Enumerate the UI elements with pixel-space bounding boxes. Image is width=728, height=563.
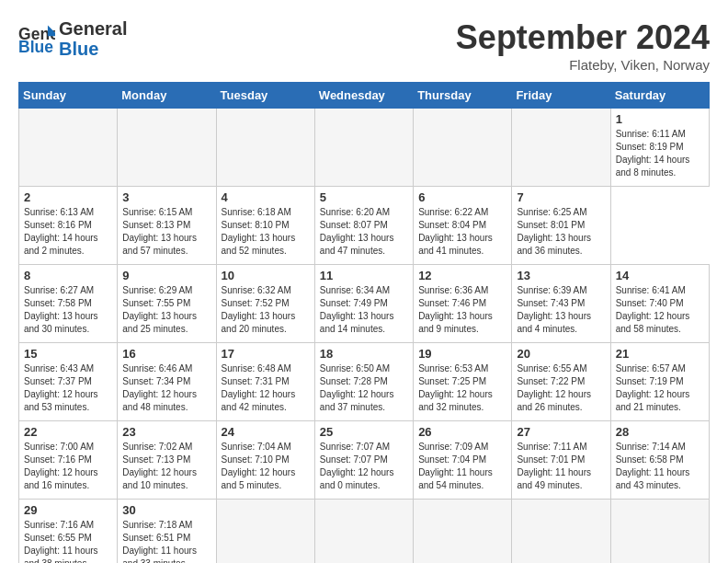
- calendar-day-7: 7Sunrise: 6:25 AMSunset: 8:01 PMDaylight…: [512, 187, 610, 265]
- calendar-week-2: 2Sunrise: 6:13 AMSunset: 8:16 PMDaylight…: [19, 187, 710, 265]
- calendar-day-11: 11Sunrise: 6:34 AMSunset: 7:49 PMDayligh…: [314, 265, 413, 343]
- header-monday: Monday: [118, 83, 216, 109]
- calendar-day-26: 26Sunrise: 7:09 AMSunset: 7:04 PMDayligh…: [414, 421, 512, 500]
- calendar-week-4: 15Sunrise: 6:43 AMSunset: 7:37 PMDayligh…: [19, 343, 710, 421]
- calendar-week-3: 8Sunrise: 6:27 AMSunset: 7:58 PMDaylight…: [19, 265, 710, 343]
- empty-cell: [314, 500, 413, 564]
- svg-text:Blue: Blue: [18, 37, 53, 54]
- calendar-day-30: 30Sunrise: 7:18 AMSunset: 6:51 PMDayligh…: [118, 500, 216, 564]
- calendar-day-24: 24Sunrise: 7:04 AMSunset: 7:10 PMDayligh…: [216, 421, 314, 500]
- calendar-day-19: 19Sunrise: 6:53 AMSunset: 7:25 PMDayligh…: [414, 343, 512, 421]
- calendar-day-21: 21Sunrise: 6:57 AMSunset: 7:19 PMDayligh…: [610, 343, 709, 421]
- calendar-day-20: 20Sunrise: 6:55 AMSunset: 7:22 PMDayligh…: [512, 343, 610, 421]
- calendar-day-18: 18Sunrise: 6:50 AMSunset: 7:28 PMDayligh…: [314, 343, 413, 421]
- empty-cell: [19, 109, 118, 187]
- empty-cell: [414, 500, 512, 564]
- empty-cell: [610, 500, 709, 564]
- empty-cell: [118, 109, 216, 187]
- header-sunday: Sunday: [19, 83, 118, 109]
- header-tuesday: Tuesday: [216, 83, 314, 109]
- empty-cell: [314, 109, 413, 187]
- empty-cell: [512, 500, 610, 564]
- empty-cell: [216, 500, 314, 564]
- calendar-day-10: 10Sunrise: 6:32 AMSunset: 7:52 PMDayligh…: [216, 265, 314, 343]
- calendar-day-27: 27Sunrise: 7:11 AMSunset: 7:01 PMDayligh…: [512, 421, 610, 500]
- calendar-day-4: 4Sunrise: 6:18 AMSunset: 8:10 PMDaylight…: [216, 187, 314, 265]
- calendar-day-1: 1Sunrise: 6:11 AMSunset: 8:19 PMDaylight…: [610, 109, 709, 187]
- header-wednesday: Wednesday: [314, 83, 413, 109]
- logo-blue: Blue: [59, 39, 127, 59]
- calendar-day-29: 29Sunrise: 7:16 AMSunset: 6:55 PMDayligh…: [19, 500, 118, 564]
- calendar-day-14: 14Sunrise: 6:41 AMSunset: 7:40 PMDayligh…: [610, 265, 709, 343]
- title-block: September 2024 Flateby, Viken, Norway: [456, 18, 710, 73]
- calendar-day-5: 5Sunrise: 6:20 AMSunset: 8:07 PMDaylight…: [314, 187, 413, 265]
- header-friday: Friday: [512, 83, 610, 109]
- header-thursday: Thursday: [414, 83, 512, 109]
- calendar-day-2: 2Sunrise: 6:13 AMSunset: 8:16 PMDaylight…: [19, 187, 118, 265]
- calendar-day-6: 6Sunrise: 6:22 AMSunset: 8:04 PMDaylight…: [414, 187, 512, 265]
- calendar-day-15: 15Sunrise: 6:43 AMSunset: 7:37 PMDayligh…: [19, 343, 118, 421]
- calendar-day-28: 28Sunrise: 7:14 AMSunset: 6:58 PMDayligh…: [610, 421, 709, 500]
- header-saturday: Saturday: [610, 83, 709, 109]
- calendar-day-3: 3Sunrise: 6:15 AMSunset: 8:13 PMDaylight…: [118, 187, 216, 265]
- calendar-day-16: 16Sunrise: 6:46 AMSunset: 7:34 PMDayligh…: [118, 343, 216, 421]
- calendar-week-6: 29Sunrise: 7:16 AMSunset: 6:55 PMDayligh…: [19, 500, 710, 564]
- location: Flateby, Viken, Norway: [456, 57, 710, 73]
- calendar-table: SundayMondayTuesdayWednesdayThursdayFrid…: [18, 82, 710, 563]
- logo: General Blue General Blue: [18, 18, 127, 59]
- empty-cell: [512, 109, 610, 187]
- calendar-day-22: 22Sunrise: 7:00 AMSunset: 7:16 PMDayligh…: [19, 421, 118, 500]
- calendar-day-17: 17Sunrise: 6:48 AMSunset: 7:31 PMDayligh…: [216, 343, 314, 421]
- calendar-day-23: 23Sunrise: 7:02 AMSunset: 7:13 PMDayligh…: [118, 421, 216, 500]
- month-title: September 2024: [456, 18, 710, 57]
- calendar-week-1: 1Sunrise: 6:11 AMSunset: 8:19 PMDaylight…: [19, 109, 710, 187]
- logo-general: General: [59, 18, 127, 39]
- logo-icon: General Blue: [18, 23, 55, 55]
- page-header: General Blue General Blue September 2024…: [18, 18, 710, 73]
- calendar-day-8: 8Sunrise: 6:27 AMSunset: 7:58 PMDaylight…: [19, 265, 118, 343]
- calendar-day-13: 13Sunrise: 6:39 AMSunset: 7:43 PMDayligh…: [512, 265, 610, 343]
- calendar-day-25: 25Sunrise: 7:07 AMSunset: 7:07 PMDayligh…: [314, 421, 413, 500]
- calendar-day-9: 9Sunrise: 6:29 AMSunset: 7:55 PMDaylight…: [118, 265, 216, 343]
- calendar-week-5: 22Sunrise: 7:00 AMSunset: 7:16 PMDayligh…: [19, 421, 710, 500]
- calendar-header-row: SundayMondayTuesdayWednesdayThursdayFrid…: [19, 83, 710, 109]
- calendar-day-12: 12Sunrise: 6:36 AMSunset: 7:46 PMDayligh…: [414, 265, 512, 343]
- empty-cell: [414, 109, 512, 187]
- empty-cell: [216, 109, 314, 187]
